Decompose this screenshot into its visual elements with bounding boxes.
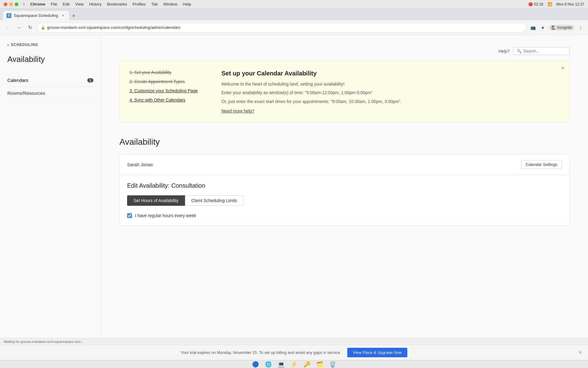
- dock-trash[interactable]: 🗑️: [326, 361, 339, 368]
- url-text: grouse-mandarin-sxnl.squarespace.com/con…: [47, 25, 180, 30]
- availability-section-title: Availability: [119, 137, 570, 147]
- sidebar-item-calendars[interactable]: Calendars 1: [7, 74, 93, 87]
- notification-text: Your trial expires on Monday, November 1…: [181, 350, 340, 355]
- info-banner-close-button[interactable]: ×: [561, 65, 564, 71]
- tab-close-button[interactable]: ×: [61, 13, 66, 18]
- minimize-window-button[interactable]: [9, 2, 13, 6]
- back-arrow-icon: ‹: [7, 42, 9, 47]
- sidebar: ‹ SCHEDULING Availability Calendars 1 Ro…: [0, 35, 101, 360]
- upgrade-button[interactable]: View Plans & Upgrade Now: [347, 348, 407, 357]
- info-banner-title: Set up your Calendar Availability: [221, 70, 560, 77]
- forward-button[interactable]: →: [15, 23, 23, 32]
- history-menu[interactable]: History: [89, 2, 101, 6]
- status-text: Waiting for grouse-mandarin-sxnl.squares…: [4, 340, 84, 343]
- help-menu[interactable]: Help: [183, 2, 191, 6]
- macos-bar:  Chrome File Edit View History Bookmark…: [0, 0, 588, 9]
- dock-finder[interactable]: 🔵: [249, 361, 262, 368]
- calendar-card: Sarah Jonas Calendar Settings Edit Avail…: [119, 154, 570, 226]
- sidebar-item-rooms-label: Rooms/Resources: [7, 90, 45, 96]
- file-menu[interactable]: File: [51, 2, 57, 6]
- dock-terminal[interactable]: 💻: [275, 361, 287, 368]
- profiles-menu[interactable]: Profiles: [133, 2, 146, 6]
- datetime: Mon 8 Nov 12:37: [556, 2, 584, 6]
- sidebar-title: Availability: [7, 55, 93, 64]
- apple-menu[interactable]: : [23, 2, 25, 6]
- cast-icon[interactable]: 📺: [529, 24, 537, 31]
- regular-hours-label: I have regular hours every week: [135, 213, 196, 218]
- calendar-settings-button[interactable]: Calendar Settings: [521, 160, 562, 169]
- macos-menu:  Chrome File Edit View History Bookmark…: [23, 2, 191, 6]
- incognito-label: Incognito: [557, 25, 572, 30]
- incognito-avatar: 🕵: [551, 25, 556, 30]
- info-banner-body2: Enter your availability as window(s) of …: [221, 89, 560, 96]
- calendar-card-header: Sarah Jonas Calendar Settings: [120, 155, 569, 175]
- sidebar-nav: Calendars 1 Rooms/Resources: [7, 74, 93, 100]
- bookmarks-menu[interactable]: Bookmarks: [107, 2, 127, 6]
- addressbar: ← → ↻ 🔒 grouse-mandarin-sxnl.squarespace…: [0, 20, 588, 35]
- sidebar-back-button[interactable]: ‹ SCHEDULING: [7, 42, 93, 47]
- info-banner-body1: Welcome to the heart of scheduling land,…: [221, 81, 560, 87]
- chrome-menu-icon[interactable]: ⋮: [577, 24, 584, 31]
- help-search-bar[interactable]: 🔍: [513, 47, 570, 55]
- sidebar-back-label: SCHEDULING: [11, 43, 38, 47]
- incognito-badge: 🕵 Incognito: [549, 25, 575, 30]
- content-area: Help? 🔍 × 1. Set your Availability 2. Cr…: [101, 35, 588, 360]
- bookmark-icon[interactable]: ★: [539, 24, 546, 31]
- sidebar-item-rooms-resources[interactable]: Rooms/Resources: [7, 87, 93, 100]
- info-banner: × 1. Set your Availability 2. Create App…: [119, 61, 570, 122]
- calendars-badge: 1: [87, 78, 93, 82]
- tab-set-hours[interactable]: Set Hours of Availability: [127, 195, 185, 206]
- refresh-button[interactable]: ↻: [26, 23, 34, 32]
- dock-folder[interactable]: 🗂️: [314, 361, 326, 368]
- url-bar[interactable]: 🔒 grouse-mandarin-sxnl.squarespace.com/c…: [37, 23, 527, 33]
- regular-hours-checkbox[interactable]: [127, 213, 132, 218]
- calendar-name: Sarah Jonas: [127, 162, 153, 167]
- notification-close-button[interactable]: ×: [579, 349, 582, 356]
- macos-system-tray: 🔴 02:18 📶 Mon 8 Nov 12:37: [528, 0, 584, 9]
- chrome-tabbar: S Squarespace Scheduling × +: [0, 9, 588, 20]
- wifi-icon: 📶: [548, 2, 552, 6]
- search-icon: 🔍: [517, 49, 522, 53]
- sidebar-item-calendars-label: Calendars: [7, 78, 28, 83]
- edit-availability-title: Edit Availability: Consultation: [127, 182, 562, 189]
- edit-menu[interactable]: Edit: [63, 2, 70, 6]
- info-step-3[interactable]: 3. Customize your Scheduling Page: [130, 88, 209, 93]
- chrome-menu[interactable]: Chrome: [30, 2, 45, 6]
- view-menu[interactable]: View: [75, 2, 84, 6]
- addressbar-actions: 📺 ★ 🕵 Incognito ⋮: [529, 24, 584, 31]
- availability-section: Availability Sarah Jonas Calendar Settin…: [119, 137, 570, 226]
- main-layout: ‹ SCHEDULING Availability Calendars 1 Ro…: [0, 35, 588, 360]
- lock-icon: 🔒: [41, 25, 45, 30]
- battery-indicator: 🔴 02:18: [528, 2, 543, 6]
- info-step-1[interactable]: 1. Set your Availability: [130, 70, 209, 75]
- dock-keys[interactable]: 🔑: [301, 361, 313, 368]
- close-window-button[interactable]: [4, 2, 7, 6]
- back-button[interactable]: ←: [4, 23, 12, 32]
- dock-chrome[interactable]: 🌐: [262, 361, 274, 368]
- tab-client-scheduling-limits[interactable]: Client Scheduling Limits: [185, 195, 243, 206]
- info-banner-help-link[interactable]: Need more help?: [221, 109, 560, 113]
- info-banner-steps: 1. Set your Availability 2. Create Appoi…: [130, 70, 209, 113]
- dock-bolt[interactable]: ⚡: [288, 361, 300, 368]
- info-banner-content: Set up your Calendar Availability Welcom…: [221, 70, 560, 113]
- traffic-lights: [4, 2, 18, 6]
- help-search-input[interactable]: [523, 49, 566, 53]
- new-tab-button[interactable]: +: [70, 12, 78, 20]
- notification-bar: Your trial expires on Monday, November 1…: [0, 345, 588, 360]
- regular-hours-row: I have regular hours every week: [127, 213, 562, 218]
- content-header: Help? 🔍: [119, 47, 570, 55]
- dock-bar: 🔵 🌐 💻 ⚡ 🔑 🗂️ 🗑️: [0, 360, 588, 368]
- maximize-window-button[interactable]: [15, 2, 18, 6]
- help-label[interactable]: Help?: [498, 49, 510, 54]
- info-step-2[interactable]: 2. Create Appointment Types: [130, 79, 209, 84]
- info-step-4[interactable]: 4. Sync with Other Calendars: [130, 98, 209, 102]
- availability-tabs: Set Hours of Availability Client Schedul…: [127, 195, 562, 206]
- tab-menu[interactable]: Tab: [151, 2, 158, 6]
- calendar-card-body: Edit Availability: Consultation Set Hour…: [120, 175, 569, 225]
- browser-tab-active[interactable]: S Squarespace Scheduling ×: [2, 10, 70, 20]
- window-menu[interactable]: Window: [163, 2, 177, 6]
- info-banner-body3: Or, just enter the exact start times for…: [221, 98, 560, 105]
- tab-title: Squarespace Scheduling: [14, 13, 58, 18]
- status-bar: Waiting for grouse-mandarin-sxnl.squares…: [0, 338, 588, 345]
- tab-favicon: S: [6, 13, 11, 18]
